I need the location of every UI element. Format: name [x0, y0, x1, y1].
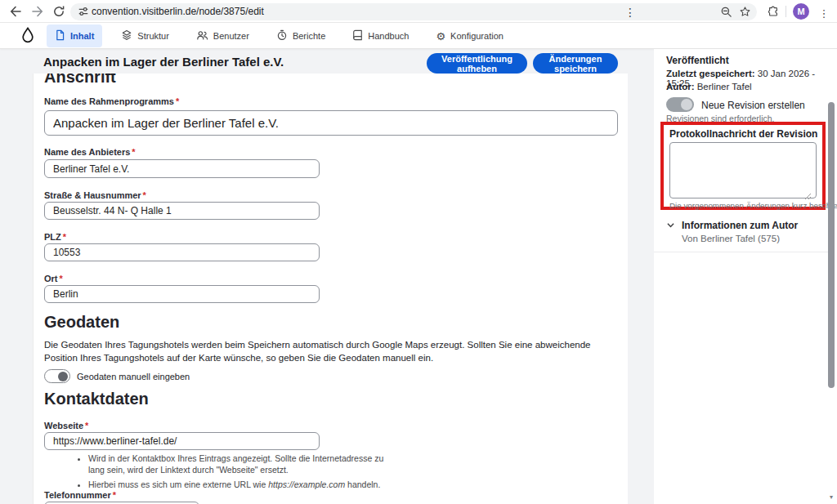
meta-sidebar: Veröffentlicht Zuletzt gespeichert: 30 J…	[654, 49, 837, 504]
gear-icon: ⚙	[436, 31, 445, 42]
toggle-knob	[58, 372, 68, 381]
toolbar-item-label: Handbuch	[368, 31, 409, 41]
site-settings-icon[interactable]	[75, 3, 92, 20]
section-heading-geodaten: Geodaten	[44, 313, 119, 332]
webseite-hints: Wird in der Kontaktbox Ihres Eintrags an…	[77, 453, 387, 493]
back-icon[interactable]	[8, 4, 23, 19]
geodaten-description: Die Geodaten Ihres Tagungshotels werden …	[44, 338, 618, 364]
toggle-knob	[681, 99, 692, 110]
new-revision-toggle-label: Neue Revision erstellen	[701, 100, 805, 111]
revision-log-label: Protokollnachricht der Revision	[669, 128, 817, 140]
author-info-section[interactable]: Informationen zum Autor	[666, 220, 798, 231]
zoom-icon[interactable]	[718, 3, 734, 20]
toolbar-item-konfiguration[interactable]: ⚙ Konfiguration	[427, 25, 511, 47]
toolbar-item-label: Struktur	[137, 31, 169, 41]
author-info-label: Informationen zum Autor	[682, 220, 798, 231]
field-label: Straße & Hausnummer*	[44, 190, 146, 200]
geodaten-toggle[interactable]	[44, 369, 70, 383]
chevron-down-icon	[666, 220, 675, 231]
field-label: PLZ*	[44, 232, 66, 242]
reload-icon[interactable]	[51, 4, 66, 19]
field-label: Telefonnummer*	[44, 490, 116, 500]
toolbar-item-inhalt[interactable]: Inhalt	[47, 25, 102, 47]
divider	[786, 6, 786, 17]
toolbar-item-label: Inhalt	[70, 31, 94, 41]
field-label: Name des Rahmenprogramms*	[44, 96, 179, 106]
document-icon	[55, 29, 65, 42]
browser-menu-icon[interactable]: ⋮	[817, 6, 831, 20]
toolbar-item-label: Konfiguration	[450, 31, 504, 41]
field-label: Ort*	[44, 274, 63, 283]
hint-item: Hierbei muss es sich um eine externe URL…	[88, 479, 387, 490]
stopwatch-icon	[276, 29, 288, 42]
section-heading-anschrift: Anschrift	[44, 74, 116, 87]
required-marker: *	[85, 421, 88, 430]
url-text[interactable]: convention.visitberlin.de/node/3875/edit	[92, 6, 264, 17]
annotation-highlight-box: Protokollnachricht der Revision Die vorg…	[660, 122, 826, 210]
field-label: Name des Anbieters*	[44, 147, 136, 157]
page-title: Anpacken im Lager der Berliner Tafel e.V…	[43, 55, 284, 69]
required-marker: *	[63, 232, 66, 242]
admin-toolbar: Inhalt Struktur Benutzer Berichte Handbu…	[0, 23, 837, 49]
section-heading-kontaktdaten: Kontaktdaten	[44, 390, 149, 408]
ort-input[interactable]	[44, 285, 320, 303]
author-info-value: Von Berliner Tafel (575)	[682, 234, 780, 243]
toolbar-item-berichte[interactable]: Berichte	[268, 25, 333, 47]
header-more-icon[interactable]: ⋮	[624, 6, 636, 19]
revision-log-textarea[interactable]	[669, 142, 817, 198]
required-marker: *	[132, 147, 135, 157]
name-rahmenprogramm-input[interactable]	[44, 110, 618, 136]
toolbar-item-struktur[interactable]: Struktur	[113, 25, 177, 47]
webseite-input[interactable]	[44, 432, 320, 450]
author-line: Autor: Berliner Tafel	[666, 82, 752, 91]
extensions-icon[interactable]	[765, 3, 781, 20]
node-edit-form: Anschrift Name des Rahmenprogramms* Name…	[33, 74, 628, 504]
toolbar-item-handbuch[interactable]: Handbuch	[344, 25, 417, 47]
forward-icon[interactable]	[30, 4, 45, 19]
name-anbieter-input[interactable]	[44, 159, 320, 178]
scrollbar-thumb[interactable]	[828, 102, 835, 388]
unpublish-button[interactable]: Veröffentlichung aufheben	[427, 53, 527, 74]
drupal-logo-icon[interactable]	[20, 27, 36, 48]
book-icon	[352, 29, 363, 42]
bookmark-star-icon[interactable]	[736, 3, 753, 20]
toolbar-item-benutzer[interactable]: Benutzer	[188, 25, 257, 47]
divider	[654, 252, 828, 252]
browser-toolbar: convention.visitberlin.de/node/3875/edit…	[0, 0, 837, 23]
toolbar-item-label: Benutzer	[213, 31, 249, 41]
profile-avatar[interactable]: M	[793, 3, 809, 20]
required-marker: *	[176, 96, 179, 106]
save-button[interactable]: Änderungen speichern	[533, 53, 618, 74]
new-revision-toggle[interactable]	[666, 97, 694, 112]
revision-log-hint: Die vorgenommenen Änderungen kurz beschr…	[669, 201, 837, 210]
layers-icon	[121, 29, 132, 42]
required-marker: *	[143, 190, 146, 200]
plz-input[interactable]	[44, 243, 320, 261]
status-badge: Veröffentlicht	[666, 55, 729, 66]
users-icon	[196, 29, 208, 42]
scrollbar-down-arrow[interactable]: ▾	[827, 493, 835, 502]
geodaten-toggle-label: Geodaten manuell eingeben	[77, 372, 190, 381]
toolbar-item-label: Berichte	[293, 31, 325, 41]
hint-item: Wird in der Kontaktbox Ihres Eintrags an…	[88, 453, 387, 475]
required-marker: *	[113, 490, 116, 500]
required-marker: *	[60, 274, 63, 283]
strasse-input[interactable]	[44, 202, 320, 220]
field-label: Webseite*	[44, 421, 88, 430]
